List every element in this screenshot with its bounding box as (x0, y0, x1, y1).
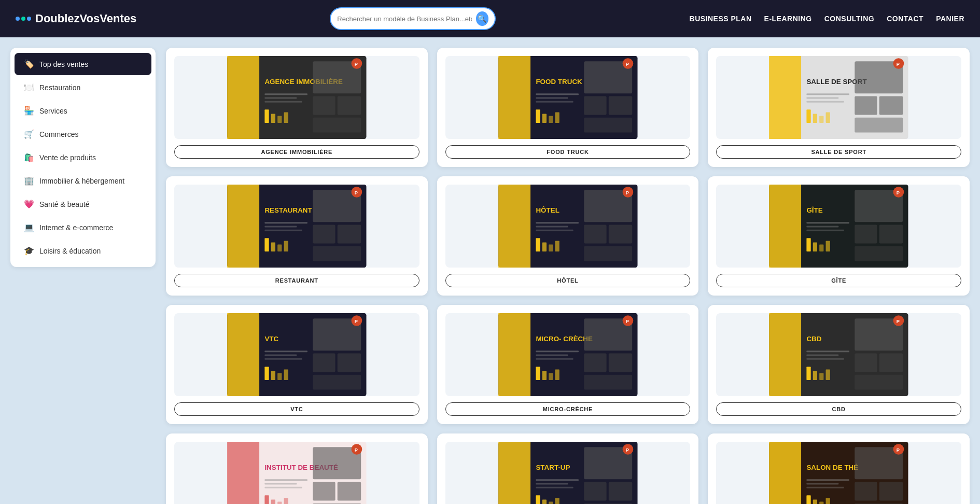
svg-rect-153 (284, 498, 288, 504)
product-label-restaurant[interactable]: RESTAURANT (174, 274, 419, 287)
nav-panier[interactable]: PANIER (936, 15, 964, 23)
svg-rect-39 (813, 114, 817, 123)
product-image-vtc: VTC P (174, 313, 419, 396)
svg-rect-148 (264, 483, 297, 484)
svg-rect-188 (879, 482, 903, 500)
svg-rect-136 (819, 373, 823, 380)
svg-rect-145 (227, 442, 259, 504)
svg-rect-139 (855, 353, 877, 372)
svg-rect-29 (584, 118, 632, 133)
nav-contact[interactable]: CONTACT (887, 15, 923, 23)
product-label-vtc[interactable]: VTC (174, 402, 419, 416)
svg-rect-38 (807, 109, 811, 123)
product-grid: AGENCE IMMOBILIÈRE P AGENCE IMMOBILIÈRE (166, 48, 970, 504)
svg-rect-87 (813, 242, 817, 251)
sidebar-item-loisirs[interactable]: 🎓 Loisirs & éducation (15, 240, 151, 262)
svg-rect-123 (584, 353, 606, 372)
svg-rect-20 (536, 97, 568, 99)
product-card-vtc[interactable]: VTC P VTC (166, 305, 428, 424)
svg-rect-53 (264, 230, 302, 231)
product-label-gite[interactable]: GÎTE (716, 274, 961, 287)
svg-text:P: P (625, 190, 628, 195)
svg-rect-51 (264, 222, 307, 223)
nav-consulting[interactable]: CONSULTING (824, 15, 875, 23)
svg-rect-131 (807, 351, 850, 352)
svg-rect-169 (555, 498, 559, 504)
svg-rect-164 (536, 483, 568, 484)
product-card-food-truck[interactable]: FOOD TRUCK P FOOD TRUCK (437, 48, 699, 167)
product-label-salle-sport[interactable]: SALLE DE SPORT (716, 145, 961, 159)
product-image-hotel: HÔTEL P (445, 185, 691, 268)
nav-business-plan[interactable]: BUSINESS PLAN (690, 15, 752, 23)
svg-text:RESTAURANT: RESTAURANT (264, 206, 312, 214)
dot-1 (16, 17, 20, 21)
svg-rect-45 (855, 118, 903, 133)
svg-rect-101 (264, 358, 302, 360)
sidebar-item-sante[interactable]: 💗 Santé & beauté (15, 193, 151, 215)
product-card-hotel[interactable]: HÔTEL P HÔTEL (437, 176, 699, 296)
product-label-hotel[interactable]: HÔTEL (445, 274, 691, 287)
svg-text:P: P (897, 62, 900, 67)
product-card-salon-the[interactable]: SALON DE THÉ P SALON DE THÉ (708, 433, 970, 504)
svg-rect-70 (536, 238, 540, 251)
svg-rect-132 (807, 354, 839, 356)
svg-text:CBD: CBD (807, 335, 822, 343)
logo[interactable]: DoublezVosVentes (16, 12, 136, 25)
product-image-startup: START-UP P (445, 442, 691, 504)
product-label-food-truck[interactable]: FOOD TRUCK (445, 145, 691, 159)
product-card-startup[interactable]: START-UP P START-UP (437, 433, 699, 504)
nav-menu: BUSINESS PLAN E-LEARNING CONSULTING CONT… (690, 15, 964, 23)
product-card-restaurant[interactable]: RESTAURANT P RESTAURANT (166, 176, 428, 296)
sidebar-item-services[interactable]: 🏪 Services (15, 100, 151, 122)
product-card-institut-beaute[interactable]: INSTITUT DE BEAUTÉ P INSTITUT DE BEAUTÉ (166, 433, 428, 504)
restaurant-icon: 🍽️ (24, 82, 34, 92)
sidebar-label-services: Services (39, 107, 67, 115)
main-content: 🏷️ Top des ventes 🍽️ Restauration 🏪 Serv… (0, 37, 980, 504)
svg-rect-41 (826, 112, 830, 123)
svg-rect-156 (338, 482, 361, 500)
svg-rect-61 (313, 246, 361, 261)
sidebar-item-vente[interactable]: 🛍️ Vente de produits (15, 146, 151, 169)
svg-rect-13 (313, 118, 361, 133)
product-label-micro-creche[interactable]: MICRO-CRÈCHE (445, 402, 691, 416)
loisirs-icon: 🎓 (24, 246, 34, 256)
product-card-cbd[interactable]: CBD P CBD (708, 305, 970, 424)
dot-2 (21, 17, 25, 21)
svg-rect-165 (536, 487, 573, 488)
product-label-cbd[interactable]: CBD (716, 402, 961, 416)
product-card-agence-immo[interactable]: AGENCE IMMOBILIÈRE P AGENCE IMMOBILIÈRE (166, 48, 428, 167)
svg-rect-1 (227, 56, 259, 139)
svg-rect-152 (277, 502, 282, 504)
svg-rect-36 (807, 97, 839, 99)
product-card-salle-sport[interactable]: SALLE DE SPORT P SALLE DE SPORT (708, 48, 970, 167)
sidebar-item-top[interactable]: 🏷️ Top des ventes (15, 53, 151, 75)
product-label-agence-immo[interactable]: AGENCE IMMOBILIÈRE (174, 145, 419, 159)
product-card-micro-creche[interactable]: MICRO- CRÈCHE P MICRO-CRÈCHE (437, 305, 699, 424)
svg-rect-71 (542, 242, 546, 251)
svg-text:P: P (355, 319, 358, 324)
svg-rect-107 (313, 353, 335, 372)
header: DoublezVosVentes 🔍 BUSINESS PLAN E-LEARN… (0, 0, 980, 37)
search-bar: 🔍 (330, 7, 496, 30)
product-image-salon-the: SALON DE THÉ P (716, 442, 961, 504)
search-input[interactable] (337, 15, 471, 23)
svg-rect-40 (819, 116, 823, 123)
svg-rect-166 (536, 495, 540, 504)
nav-e-learning[interactable]: E-LEARNING (764, 15, 812, 23)
svg-rect-22 (536, 109, 540, 123)
product-card-gite[interactable]: GÎTE P GÎTE (708, 176, 970, 296)
tag-icon: 🏷️ (24, 59, 34, 69)
sidebar-item-restauration[interactable]: 🍽️ Restauration (15, 76, 151, 99)
sidebar-item-internet[interactable]: 💻 Internet & e-commerce (15, 216, 151, 239)
sante-icon: 💗 (24, 199, 34, 209)
svg-rect-81 (769, 185, 801, 268)
svg-rect-105 (284, 369, 288, 380)
services-icon: 🏪 (24, 106, 34, 116)
sidebar-item-immo[interactable]: 🏢 Immobilier & hébergement (15, 170, 151, 192)
product-image-salle-sport: SALLE DE SPORT P (716, 56, 961, 139)
sidebar-label-restauration: Restauration (39, 83, 80, 92)
search-button[interactable]: 🔍 (476, 11, 489, 26)
svg-rect-182 (807, 495, 811, 504)
sidebar-item-commerces[interactable]: 🛒 Commerces (15, 123, 151, 145)
svg-text:P: P (625, 319, 628, 324)
